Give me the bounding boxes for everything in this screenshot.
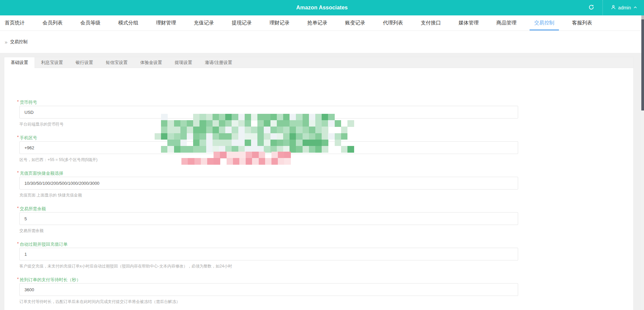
nav-item-1[interactable]: 首页统计: [5, 15, 25, 30]
field-hint: 充值页面 上面显示的 快捷充值金额: [19, 192, 633, 198]
nav-item-16[interactable]: 客服列表: [572, 15, 592, 30]
nav-item-7[interactable]: 提现记录: [232, 15, 252, 30]
refresh-button[interactable]: [586, 0, 596, 15]
nav-item-label: 充值记录: [194, 20, 214, 26]
field-label-row: *充值页面快捷金额选择: [17, 171, 633, 176]
field-hint: 客户提交充值，未支付的充值订单x小时后自动过期驳回（驳回内容在帮助中心-文本内容…: [19, 263, 633, 269]
nav-item-8[interactable]: 理财记录: [269, 15, 290, 30]
field-input[interactable]: [19, 177, 518, 189]
nav-item-label: 理财管理: [156, 20, 176, 26]
nav-item-11[interactable]: 代理列表: [383, 15, 403, 30]
field-hint: 交易所需余额: [19, 228, 633, 234]
header-right-controls: admin: [586, 0, 639, 15]
form-group: *交易所需余额交易所需余额: [19, 206, 633, 234]
nav-item-15[interactable]: 交易控制: [534, 15, 554, 30]
nav-item-4[interactable]: 模式分组: [118, 15, 138, 30]
tab-label: 基础设置: [11, 60, 28, 66]
nav-item-10[interactable]: 账变记录: [345, 15, 365, 30]
user-name: admin: [618, 5, 631, 10]
scrollbar-thumb[interactable]: [641, 19, 644, 110]
required-asterisk: *: [17, 99, 19, 104]
settings-tab-bar: 基础设置利息宝设置银行设置短信宝设置体验金设置提现设置邀请/注册设置: [4, 57, 633, 68]
app-header: Amazon Associates admin: [0, 0, 644, 15]
nav-item-label: 首页统计: [5, 20, 25, 26]
breadcrumb: » 交易控制: [0, 31, 644, 53]
field-hint: 订单支付等待时长，匹配订单后未在此时间内完成支付提交订单将会被冻结（需后台解冻）: [19, 299, 633, 305]
form-group: *自动过期并驳回充值订单客户提交充值，未支付的充值订单x小时后自动过期驳回（驳回…: [19, 242, 633, 269]
nav-item-5[interactable]: 理财管理: [156, 15, 176, 30]
tab-item-1[interactable]: 基础设置: [4, 57, 35, 68]
nav-item-3[interactable]: 会员等级: [80, 15, 100, 30]
field-label-row: *交易所需余额: [17, 206, 633, 212]
field-input[interactable]: [19, 212, 518, 225]
tab-label: 利息宝设置: [41, 60, 63, 66]
refresh-icon: [588, 4, 594, 12]
form-group: *抢到订单的支付等待时长（秒）订单支付等待时长，匹配订单后未在此时间内完成支付提…: [19, 277, 633, 305]
content-area: 基础设置利息宝设置银行设置短信宝设置体验金设置提现设置邀请/注册设置 *货币符号…: [0, 53, 644, 310]
nav-item-12[interactable]: 支付接口: [421, 15, 441, 30]
settings-form: *货币符号平台前端显示的货币符号*手机区号区号，如巴西：+55 = 55(多个区…: [4, 68, 633, 310]
field-label: 抢到订单的支付等待时长（秒）: [20, 277, 81, 283]
nav-active-underline: [530, 29, 559, 30]
field-label: 货币符号: [20, 100, 37, 105]
field-input[interactable]: [19, 283, 518, 296]
form-group: *手机区号区号，如巴西：+55 = 55(多个区号用|5隔开): [19, 135, 633, 163]
field-label-row: *自动过期并驳回充值订单: [17, 242, 633, 247]
tab-label: 邀请/注册设置: [205, 60, 232, 66]
nav-item-14[interactable]: 商品管理: [496, 15, 516, 30]
nav-item-2[interactable]: 会员列表: [43, 15, 63, 30]
tab-label: 银行设置: [76, 60, 93, 66]
nav-item-label: 抢单记录: [307, 20, 327, 26]
main-nav: 首页统计会员列表会员等级模式分组理财管理充值记录提现记录理财记录抢单记录账变记录…: [0, 15, 644, 31]
form-group: *货币符号平台前端显示的货币符号: [19, 100, 633, 127]
breadcrumb-chevrons-icon: »: [5, 39, 7, 45]
nav-item-label: 理财记录: [269, 20, 290, 26]
tab-label: 短信宝设置: [106, 60, 128, 66]
chevron-up-icon: [633, 5, 637, 10]
tab-item-5[interactable]: 体验金设置: [134, 57, 168, 68]
user-menu-button[interactable]: admin: [609, 0, 639, 15]
nav-item-6[interactable]: 充值记录: [194, 15, 214, 30]
settings-tab-card: 基础设置利息宝设置银行设置短信宝设置体验金设置提现设置邀请/注册设置 *货币符号…: [4, 57, 634, 310]
nav-item-label: 会员列表: [43, 20, 63, 26]
field-hint: 平台前端显示的货币符号: [19, 122, 633, 127]
vertical-scrollbar[interactable]: [641, 15, 644, 310]
nav-item-label: 会员等级: [80, 20, 100, 26]
field-label-row: *抢到订单的支付等待时长（秒）: [17, 277, 633, 283]
form-group: *充值页面快捷金额选择充值页面 上面显示的 快捷充值金额: [19, 171, 633, 198]
tab-item-7[interactable]: 邀请/注册设置: [198, 57, 239, 68]
tab-item-4[interactable]: 短信宝设置: [99, 57, 134, 68]
nav-item-9[interactable]: 抢单记录: [307, 15, 327, 30]
field-input[interactable]: [19, 141, 518, 154]
header-divider: [602, 0, 603, 15]
required-asterisk: *: [17, 277, 19, 282]
required-asterisk: *: [17, 206, 19, 211]
field-label-row: *手机区号: [17, 135, 633, 141]
required-asterisk: *: [17, 135, 19, 140]
field-hint: 区号，如巴西：+55 = 55(多个区号用|5隔开): [19, 157, 633, 163]
nav-item-label: 交易控制: [534, 20, 554, 26]
user-icon: [611, 5, 616, 11]
tab-item-2[interactable]: 利息宝设置: [35, 57, 69, 68]
tab-label: 体验金设置: [140, 60, 162, 66]
tab-item-6[interactable]: 提现设置: [168, 57, 198, 68]
field-label-row: *货币符号: [17, 100, 633, 105]
tab-item-3[interactable]: 银行设置: [69, 57, 99, 68]
required-asterisk: *: [17, 241, 19, 246]
nav-item-label: 客服列表: [572, 20, 592, 26]
nav-item-label: 商品管理: [496, 20, 516, 26]
required-asterisk: *: [17, 170, 19, 175]
field-label: 自动过期并驳回充值订单: [20, 242, 68, 247]
tab-label: 提现设置: [175, 60, 192, 66]
field-input[interactable]: [19, 248, 518, 260]
field-label: 交易所需余额: [20, 206, 46, 212]
nav-item-label: 代理列表: [383, 20, 403, 26]
field-input[interactable]: [19, 106, 518, 119]
breadcrumb-label: 交易控制: [10, 39, 27, 45]
nav-item-label: 账变记录: [345, 20, 365, 26]
app-title: Amazon Associates: [296, 5, 348, 11]
scrollbar-cap: [641, 15, 644, 19]
nav-item-label: 媒体管理: [459, 20, 479, 26]
nav-item-label: 支付接口: [421, 20, 441, 26]
nav-item-13[interactable]: 媒体管理: [459, 15, 479, 30]
